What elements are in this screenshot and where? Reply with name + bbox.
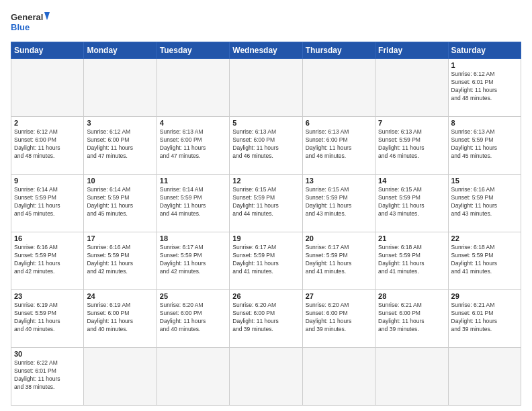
calendar-cell: 11Sunrise: 6:14 AM Sunset: 5:59 PM Dayli… <box>157 175 229 232</box>
weekday-header-friday: Friday <box>375 42 448 59</box>
day-info: Sunrise: 6:16 AM Sunset: 5:59 PM Dayligh… <box>451 186 518 218</box>
day-info: Sunrise: 6:15 AM Sunset: 5:59 PM Dayligh… <box>306 186 372 218</box>
calendar-cell <box>157 348 229 406</box>
day-info: Sunrise: 6:15 AM Sunset: 5:59 PM Dayligh… <box>378 186 445 218</box>
calendar-cell: 29Sunrise: 6:21 AM Sunset: 6:01 PM Dayli… <box>448 290 521 348</box>
day-info: Sunrise: 6:13 AM Sunset: 5:59 PM Dayligh… <box>451 128 518 161</box>
day-info: Sunrise: 6:14 AM Sunset: 5:59 PM Dayligh… <box>87 186 153 218</box>
day-info: Sunrise: 6:22 AM Sunset: 6:01 PM Dayligh… <box>14 359 81 392</box>
calendar-cell: 19Sunrise: 6:17 AM Sunset: 5:59 PM Dayli… <box>230 232 302 290</box>
weekday-header-monday: Monday <box>84 42 157 59</box>
weekday-header-wednesday: Wednesday <box>230 42 302 59</box>
day-info: Sunrise: 6:13 AM Sunset: 5:59 PM Dayligh… <box>378 128 445 161</box>
generalblue-logo-icon: General Blue <box>11 11 51 35</box>
calendar-cell: 25Sunrise: 6:20 AM Sunset: 6:00 PM Dayli… <box>157 290 229 348</box>
calendar-cell: 7Sunrise: 6:13 AM Sunset: 5:59 PM Daylig… <box>375 117 448 175</box>
calendar-cell: 15Sunrise: 6:16 AM Sunset: 5:59 PM Dayli… <box>448 175 521 232</box>
calendar-cell: 12Sunrise: 6:15 AM Sunset: 5:59 PM Dayli… <box>230 175 302 232</box>
calendar-cell: 1Sunrise: 6:12 AM Sunset: 6:01 PM Daylig… <box>448 59 521 117</box>
day-info: Sunrise: 6:20 AM Sunset: 6:00 PM Dayligh… <box>306 302 372 334</box>
day-number: 30 <box>14 350 81 358</box>
day-info: Sunrise: 6:17 AM Sunset: 5:59 PM Dayligh… <box>306 244 372 276</box>
day-number: 12 <box>232 177 299 185</box>
calendar-cell <box>448 348 521 406</box>
day-number: 28 <box>378 292 445 300</box>
day-info: Sunrise: 6:15 AM Sunset: 5:59 PM Dayligh… <box>232 186 299 218</box>
day-number: 18 <box>160 234 226 242</box>
calendar-cell: 16Sunrise: 6:16 AM Sunset: 5:59 PM Dayli… <box>11 232 84 290</box>
day-number: 4 <box>160 119 226 127</box>
calendar-cell: 20Sunrise: 6:17 AM Sunset: 5:59 PM Dayli… <box>302 232 375 290</box>
day-info: Sunrise: 6:17 AM Sunset: 5:59 PM Dayligh… <box>232 244 299 276</box>
svg-text:Blue: Blue <box>11 22 30 32</box>
calendar-cell: 8Sunrise: 6:13 AM Sunset: 5:59 PM Daylig… <box>448 117 521 175</box>
calendar-cell <box>230 59 302 117</box>
header: General Blue <box>11 11 521 35</box>
day-number: 6 <box>306 119 372 127</box>
day-info: Sunrise: 6:14 AM Sunset: 5:59 PM Dayligh… <box>14 186 81 218</box>
day-number: 15 <box>451 177 518 185</box>
calendar-cell <box>375 348 448 406</box>
weekday-header-thursday: Thursday <box>302 42 375 59</box>
logo: General Blue <box>11 11 51 35</box>
day-number: 10 <box>87 177 153 185</box>
calendar-cell <box>157 59 229 117</box>
day-info: Sunrise: 6:19 AM Sunset: 5:59 PM Dayligh… <box>14 302 81 334</box>
day-info: Sunrise: 6:13 AM Sunset: 6:00 PM Dayligh… <box>160 128 226 161</box>
svg-marker-2 <box>44 12 50 20</box>
day-info: Sunrise: 6:16 AM Sunset: 5:59 PM Dayligh… <box>14 244 81 276</box>
day-info: Sunrise: 6:12 AM Sunset: 6:00 PM Dayligh… <box>14 128 81 161</box>
day-number: 2 <box>14 119 81 127</box>
calendar-cell <box>11 59 84 117</box>
day-info: Sunrise: 6:21 AM Sunset: 6:01 PM Dayligh… <box>451 302 518 334</box>
day-number: 24 <box>87 292 153 300</box>
calendar-table: SundayMondayTuesdayWednesdayThursdayFrid… <box>11 42 521 406</box>
calendar-cell <box>84 59 157 117</box>
calendar-cell: 28Sunrise: 6:21 AM Sunset: 6:00 PM Dayli… <box>375 290 448 348</box>
day-number: 5 <box>232 119 299 127</box>
day-number: 1 <box>451 61 518 69</box>
calendar-cell: 23Sunrise: 6:19 AM Sunset: 5:59 PM Dayli… <box>11 290 84 348</box>
page: General Blue SundayMondayTuesdayWednesda… <box>0 0 532 411</box>
calendar-cell: 26Sunrise: 6:20 AM Sunset: 6:00 PM Dayli… <box>230 290 302 348</box>
svg-text:General: General <box>11 12 43 22</box>
day-info: Sunrise: 6:12 AM Sunset: 6:00 PM Dayligh… <box>87 128 153 161</box>
calendar-cell <box>302 59 375 117</box>
calendar-cell: 3Sunrise: 6:12 AM Sunset: 6:00 PM Daylig… <box>84 117 157 175</box>
day-number: 13 <box>306 177 372 185</box>
weekday-header-tuesday: Tuesday <box>157 42 229 59</box>
calendar-cell <box>84 348 157 406</box>
day-number: 17 <box>87 234 153 242</box>
calendar-cell: 30Sunrise: 6:22 AM Sunset: 6:01 PM Dayli… <box>11 348 84 406</box>
day-number: 16 <box>14 234 81 242</box>
day-info: Sunrise: 6:13 AM Sunset: 6:00 PM Dayligh… <box>306 128 372 161</box>
weekday-header-saturday: Saturday <box>448 42 521 59</box>
day-number: 19 <box>232 234 299 242</box>
day-number: 14 <box>378 177 445 185</box>
day-info: Sunrise: 6:20 AM Sunset: 6:00 PM Dayligh… <box>232 302 299 334</box>
day-info: Sunrise: 6:16 AM Sunset: 5:59 PM Dayligh… <box>87 244 153 276</box>
day-info: Sunrise: 6:17 AM Sunset: 5:59 PM Dayligh… <box>160 244 226 276</box>
day-number: 23 <box>14 292 81 300</box>
day-number: 29 <box>451 292 518 300</box>
calendar-cell: 17Sunrise: 6:16 AM Sunset: 5:59 PM Dayli… <box>84 232 157 290</box>
calendar-cell <box>375 59 448 117</box>
calendar-cell: 4Sunrise: 6:13 AM Sunset: 6:00 PM Daylig… <box>157 117 229 175</box>
calendar-cell <box>230 348 302 406</box>
calendar-cell: 5Sunrise: 6:13 AM Sunset: 6:00 PM Daylig… <box>230 117 302 175</box>
day-number: 25 <box>160 292 226 300</box>
calendar-cell: 14Sunrise: 6:15 AM Sunset: 5:59 PM Dayli… <box>375 175 448 232</box>
day-number: 26 <box>232 292 299 300</box>
day-number: 22 <box>451 234 518 242</box>
day-number: 27 <box>306 292 372 300</box>
weekday-header-sunday: Sunday <box>11 42 84 59</box>
calendar-cell: 22Sunrise: 6:18 AM Sunset: 5:59 PM Dayli… <box>448 232 521 290</box>
calendar-cell: 10Sunrise: 6:14 AM Sunset: 5:59 PM Dayli… <box>84 175 157 232</box>
day-info: Sunrise: 6:18 AM Sunset: 5:59 PM Dayligh… <box>378 244 445 276</box>
calendar-cell: 2Sunrise: 6:12 AM Sunset: 6:00 PM Daylig… <box>11 117 84 175</box>
calendar-cell: 6Sunrise: 6:13 AM Sunset: 6:00 PM Daylig… <box>302 117 375 175</box>
day-number: 8 <box>451 119 518 127</box>
day-info: Sunrise: 6:14 AM Sunset: 5:59 PM Dayligh… <box>160 186 226 218</box>
calendar-cell: 21Sunrise: 6:18 AM Sunset: 5:59 PM Dayli… <box>375 232 448 290</box>
day-info: Sunrise: 6:21 AM Sunset: 6:00 PM Dayligh… <box>378 302 445 334</box>
